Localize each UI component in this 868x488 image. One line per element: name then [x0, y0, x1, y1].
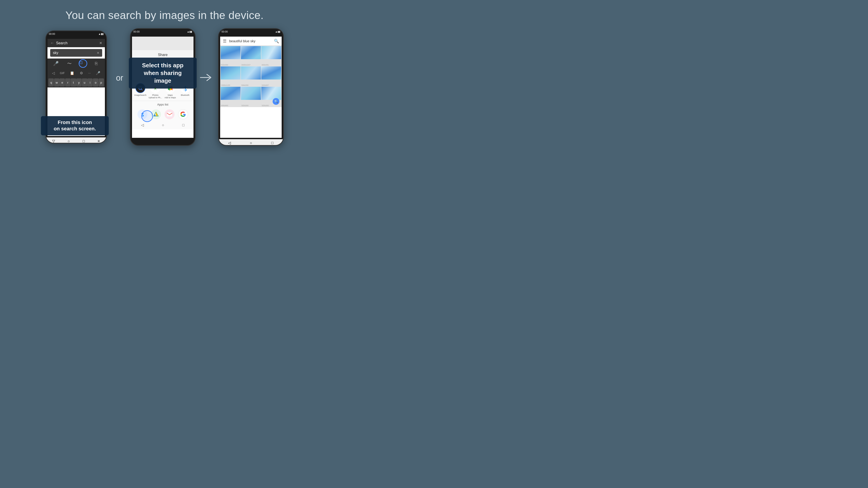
grid-label-5: 508x339 — [241, 84, 248, 86]
phone-3: 00:00 ▲▮▮ ☰ beautiful blue sky 🔍 612x408 — [218, 28, 284, 146]
image-search-icon[interactable]: ⊡ — [79, 59, 87, 68]
photos-label: PhotosUpload to Ph... — [149, 94, 162, 99]
grid-label-6: 910x607 — [262, 84, 269, 86]
key-w[interactable]: w — [54, 78, 59, 87]
kb-more-icon[interactable]: ··· — [88, 71, 91, 75]
query-clear-icon[interactable]: ✕ — [97, 51, 99, 55]
google-icon[interactable] — [178, 109, 188, 119]
phone1-query-bar[interactable]: sky ✕ — [50, 49, 102, 57]
phone3-status-bar: 00:00 ▲▮▮ — [219, 29, 283, 34]
key-r[interactable]: r — [65, 78, 70, 87]
arrow-connector — [200, 73, 214, 101]
nav3-recents[interactable]: □ — [270, 141, 275, 144]
results-toolbar: ☰ beautiful blue sky 🔍 — [220, 37, 282, 46]
nav-recents[interactable]: □ — [81, 140, 86, 143]
phone2-signal: ▲▮▮ — [187, 30, 192, 33]
key-o[interactable]: o — [93, 78, 98, 87]
background-content — [132, 37, 193, 50]
nav3-home[interactable]: ○ — [249, 141, 253, 144]
hamburger-icon[interactable]: ☰ — [223, 39, 226, 43]
svg-marker-13 — [156, 112, 158, 116]
clear-icon[interactable]: ✕ — [99, 41, 102, 45]
grid-item-9[interactable]: 322x200 🔍 — [261, 87, 281, 107]
phone3-screen: ☰ beautiful blue sky 🔍 612x408 2000x1217 — [220, 37, 282, 138]
apps-row2 — [132, 107, 193, 121]
phone3-signal: ▲▮▮ — [275, 30, 280, 33]
key-p[interactable]: p — [98, 78, 104, 87]
phone1-signal: ▲▮▮ — [98, 33, 103, 35]
keyboard-keys-row: q w e r t y u i o p — [48, 77, 105, 88]
gmail-icon[interactable] — [164, 109, 175, 119]
key-i[interactable]: i — [87, 78, 93, 87]
apps-list-label: Apps list — [132, 101, 193, 107]
keyboard-toolbar: 🎤 〜 ⊡ ⎘ — [48, 59, 105, 68]
grid-item-6[interactable]: 910x607 — [261, 66, 281, 86]
bluetooth-label: Bluetooth — [181, 94, 189, 96]
grid-label-4: 1500x1125 — [221, 84, 230, 86]
grid-item-8[interactable]: 322x200 — [241, 87, 261, 107]
phone1-search-bar[interactable]: ← Search ✕ — [48, 39, 105, 47]
main-title: You can search by images in the device. — [66, 9, 264, 22]
phone1-status-bar: 00:00 ▲▮▮ — [46, 31, 106, 37]
grid-label-1: 612x408 — [221, 64, 228, 66]
kb-settings-icon[interactable]: ⚙ — [80, 71, 83, 75]
trend-icon[interactable]: 〜 — [65, 59, 73, 68]
kb-back-icon[interactable]: ◁ — [52, 71, 55, 75]
grid-item-7[interactable]: 600x600 — [221, 87, 241, 107]
kb-gif-icon[interactable]: GIF — [60, 71, 65, 75]
grid-label-8: 322x200 — [241, 104, 248, 106]
svg-rect-15 — [167, 112, 172, 117]
nav-home[interactable]: ○ — [66, 140, 71, 143]
search-fab[interactable]: 🔍 — [273, 98, 279, 105]
phones-row: 00:00 ▲▮▮ ← Search ✕ sky ✕ — [0, 28, 329, 146]
grid-item-3[interactable]: 800x451 — [261, 46, 281, 66]
grid-label-2: 2000x1217 — [241, 64, 250, 66]
phone1-time: 00:00 — [49, 33, 55, 35]
phone1-callout: From this icon on search screen. — [41, 116, 109, 135]
key-e[interactable]: e — [59, 78, 65, 87]
phone3-time: 00:00 — [221, 30, 228, 33]
connector-or: or — [116, 73, 123, 101]
grid-label-9: 322x200 — [262, 104, 269, 106]
phone3-nav-bar: ◁ ○ □ — [219, 139, 283, 146]
key-y[interactable]: y — [76, 78, 82, 87]
imagesearch-circle-highlight — [141, 110, 153, 122]
grid-label-7: 600x600 — [221, 104, 228, 106]
key-t[interactable]: t — [71, 78, 76, 87]
svg-line-1 — [141, 89, 143, 90]
grid-label-3: 800x451 — [262, 64, 269, 66]
grid-item-5[interactable]: 508x339 — [241, 66, 261, 86]
grid-item-4[interactable]: 1500x1125 — [221, 66, 241, 86]
phone2-callout: Select this app when sharing image — [129, 58, 197, 89]
search-icon[interactable]: 🔍 — [274, 39, 279, 43]
image-grid: 612x408 2000x1217 800x451 1500x1125 — [220, 46, 282, 107]
phone1-nav-bar: ▽ ○ □ ≡ — [46, 137, 106, 143]
maps-label: MapsAdd to Maps — [164, 94, 176, 99]
copy-icon[interactable]: ⎘ — [92, 59, 100, 68]
results-search-text: beautiful blue sky — [229, 39, 271, 43]
phone2-status-bar: 00:00 ▲▮▮ — [131, 29, 195, 34]
phone1-search-input[interactable]: Search — [56, 41, 97, 45]
nav3-back[interactable]: ◁ — [227, 141, 232, 144]
phone2-nav-recents[interactable]: □ — [182, 123, 184, 127]
search-query-text: sky — [53, 51, 58, 55]
key-u[interactable]: u — [82, 78, 87, 87]
mic-icon[interactable]: 🎤 — [52, 59, 60, 68]
phone2-nav-home[interactable]: ○ — [162, 123, 164, 127]
key-q[interactable]: q — [49, 78, 54, 87]
kb-mic-icon[interactable]: 🎤 — [96, 71, 100, 75]
phone2-nav-back[interactable]: ◁ — [141, 123, 144, 127]
back-icon[interactable]: ← — [50, 41, 54, 45]
grid-item-1[interactable]: 612x408 — [221, 46, 241, 66]
kb-clipboard-icon[interactable]: 📋 — [70, 71, 74, 75]
nav-back[interactable]: ▽ — [51, 140, 56, 143]
phone2-nav: ◁ ○ □ — [132, 121, 193, 129]
imagesearch-label: ImageSearch — [134, 94, 147, 96]
phone2-time: 00:00 — [133, 30, 140, 33]
nav-kb[interactable]: ≡ — [96, 140, 101, 143]
keyboard-tool-row: ◁ GIF 📋 ⚙ ··· 🎤 — [48, 68, 105, 77]
grid-item-2[interactable]: 2000x1217 — [241, 46, 261, 66]
